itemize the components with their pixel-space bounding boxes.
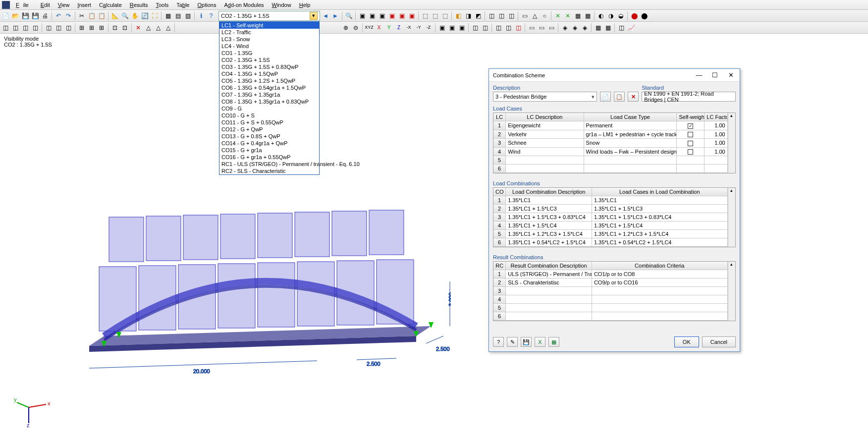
tool-icon[interactable]: ✕ [553,11,562,20]
tool-icon[interactable]: △ [144,23,153,32]
table-row[interactable]: 21.35*LC1 + 1.5*LC31.35*LC1 + 1.5*LC3 [493,205,735,213]
combo-option[interactable]: CO1 - 1.35G [219,50,319,56]
info-icon[interactable]: ℹ [197,11,206,20]
combo-option[interactable]: CO10 - G + S [219,112,319,119]
tool-icon[interactable]: ⊡ [120,23,129,32]
menu-addon[interactable]: Add-on Modules [220,1,268,9]
tool-icon[interactable]: △ [154,23,163,32]
tool-icon[interactable]: ◫ [494,23,503,32]
maximize-icon[interactable]: ☐ [710,71,720,79]
tool-icon[interactable]: ◫ [1,23,10,32]
xyz-icon[interactable]: XYZ [365,23,374,32]
cancel-button[interactable]: Cancel [702,336,736,347]
tool-icon[interactable]: ◈ [580,23,589,32]
table-row[interactable]: 41.35*LC1 + 1.5*LC41.35*LC1 + 1.5*LC4 [493,222,735,230]
tool-icon[interactable]: ▣ [358,11,367,20]
delete-desc-button[interactable]: ✕ [628,92,639,102]
view-zoom-icon[interactable]: 🔍 [120,11,129,20]
saveall-icon[interactable]: 💾 [31,11,40,20]
print-icon[interactable]: 🖨 [41,11,50,20]
next-icon[interactable]: ► [331,11,340,20]
tool-icon[interactable]: ◫ [504,23,513,32]
cut-icon[interactable]: ✂ [77,11,86,20]
combo-option[interactable]: CO12 - G + QwP [219,126,319,133]
tool-icon[interactable]: ◫ [21,23,30,32]
scrollbar[interactable]: ▴ [728,188,735,196]
rotate-icon[interactable]: 🔄 [140,11,149,20]
tool-icon[interactable]: ⊕ [341,23,350,32]
render-icon[interactable]: ▧ [183,11,192,20]
menu-window[interactable]: Window [268,1,295,9]
excel-button[interactable]: ▦ [548,337,559,347]
tool-icon[interactable]: ▭ [537,23,546,32]
tool-icon[interactable]: ◫ [514,23,523,32]
tool-icon[interactable]: ▣ [368,11,377,20]
grid-icon[interactable]: ▦ [163,11,172,20]
tool-icon[interactable]: ▭ [527,23,536,32]
combo-option[interactable]: LC4 - Wind [219,43,319,50]
tool-icon[interactable]: ◫ [31,23,40,32]
help-icon[interactable]: ? [207,11,216,20]
table-row[interactable]: 11.35*LC11.35*LC1 [493,196,735,205]
ok-button[interactable]: OK [674,336,699,347]
tool-icon[interactable]: △ [530,11,539,20]
combo-option[interactable]: CO11 - G + S + 0.55QwP [219,119,319,126]
help-button[interactable]: ? [493,337,504,347]
menu-table[interactable]: Table [172,1,193,9]
new-desc-button[interactable]: 📄 [600,92,611,102]
tool-icon[interactable]: △ [163,23,172,32]
undo-icon[interactable]: ↶ [54,11,63,20]
tool-icon[interactable]: ⬤ [640,11,649,20]
z-axis-icon[interactable]: Z [394,23,403,32]
table-row[interactable]: 2Verkehrgr1a – LM1 + pedestrian + cycle … [493,130,735,139]
tool-icon[interactable]: ⬚ [440,11,449,20]
zoomwin-icon[interactable]: ⛶ [150,11,159,20]
tool-icon[interactable]: ▭ [520,11,529,20]
tool-icon[interactable]: ◐ [597,11,605,20]
menu-results[interactable]: Results [126,1,152,9]
save-button[interactable]: 💾 [521,337,532,347]
menu-options[interactable]: Options [193,1,220,9]
combo-option[interactable]: LC2 - Traffic [219,29,319,36]
tool-icon[interactable]: ◈ [560,23,569,32]
tool-icon[interactable]: ◒ [616,11,625,20]
table-row[interactable]: 61.35*LC1 + 0.54*LC2 + 1.5*LC41.35*LC1 +… [493,238,735,247]
combo-option[interactable]: LC1 - Self-weight [219,22,319,29]
tool-icon[interactable]: ◫ [471,23,480,32]
tool-icon[interactable]: ▣ [457,23,466,32]
tool-icon[interactable]: ▦ [603,23,612,32]
copy-icon[interactable]: 📋 [87,11,96,20]
combo-option[interactable]: CO3 - 1.35G + 1.5S + 0.83QwP [219,63,319,70]
tool-icon[interactable]: ▦ [583,11,592,20]
combo-option[interactable]: CO2 - 1.35G + 1.5S [219,56,319,63]
tool-icon[interactable]: ▣ [378,11,386,20]
table-row[interactable]: 4WindWind loads – Fwk – Persistent desig… [493,148,735,157]
tool-icon[interactable]: ◫ [497,11,506,20]
combo-option[interactable]: CO6 - 1.35G + 0.54gr1a + 1.5QwP [219,84,319,91]
menu-calculate[interactable]: Calculate [95,1,126,9]
tool-icon[interactable]: ▣ [407,11,416,20]
tool-icon[interactable]: ⬚ [431,11,439,20]
combo-option[interactable]: CO5 - 1.35G + 1.2S + 1.5QwP [219,77,319,84]
menu-edit[interactable]: Edit [37,1,54,9]
table-row[interactable]: 31.35*LC1 + 1.5*LC3 + 0.83*LC41.35*LC1 +… [493,213,735,222]
menu-file[interactable]: File [12,1,37,9]
magnify-icon[interactable]: 🔍 [344,11,353,20]
combo-option[interactable]: CO13 - G + 0.8S + QwP [219,133,319,140]
tool-icon[interactable]: ✕ [134,23,143,32]
tool-icon[interactable]: ⬚ [421,11,430,20]
table-row[interactable]: 1EigengewichtPermanent1.00 [493,121,735,130]
tool-icon[interactable]: ◫ [64,23,73,32]
measure-icon[interactable]: 📐 [110,11,119,20]
neg-z-icon[interactable]: -Z [424,23,433,32]
load-combo[interactable]: CO2 - 1.35G + 1.5S ▾ LC1 - Self-weightLC… [218,11,320,21]
scrollbar[interactable]: ▴ [728,113,735,121]
combo-option[interactable]: RC2 - SLS - Characteristic [219,168,319,174]
tool-icon[interactable]: ◫ [617,23,626,32]
tool-icon[interactable]: ⊞ [77,23,86,32]
y-axis-icon[interactable]: Y [384,23,393,32]
tool-icon[interactable]: ◈ [570,23,579,32]
pan-icon[interactable]: ✋ [130,11,139,20]
x-axis-icon[interactable]: X [375,23,383,32]
tool-icon[interactable]: ▣ [447,23,456,32]
